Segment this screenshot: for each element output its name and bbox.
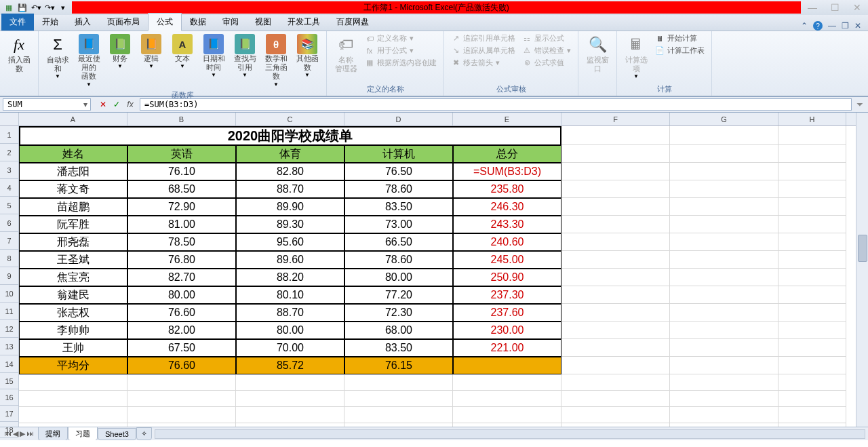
minimize-button[interactable]: — bbox=[808, 2, 817, 13]
row-header[interactable]: 1 bbox=[0, 126, 18, 144]
cell[interactable] bbox=[344, 407, 453, 423]
calc-options-button[interactable]: 🖩计算选项▼ bbox=[621, 33, 651, 81]
cell[interactable]: 阮军胜 bbox=[19, 216, 127, 233]
redo-icon[interactable]: ↷▾ bbox=[43, 1, 56, 14]
name-box-dropdown-icon[interactable]: ▾ bbox=[81, 100, 90, 109]
cell[interactable]: 80.00 bbox=[236, 322, 344, 339]
cell[interactable] bbox=[778, 374, 846, 391]
scrollbar-thumb[interactable] bbox=[858, 235, 867, 262]
tab-insert[interactable]: 插入 bbox=[66, 14, 99, 31]
cell[interactable] bbox=[670, 423, 778, 427]
window-restore-icon[interactable]: ❐ bbox=[842, 21, 849, 31]
enter-formula-button[interactable]: ✓ bbox=[111, 100, 122, 109]
vertical-scrollbar[interactable] bbox=[856, 113, 868, 427]
cell[interactable]: 83.50 bbox=[344, 339, 453, 357]
cell[interactable]: 蒋文奇 bbox=[19, 180, 127, 198]
cell[interactable] bbox=[670, 286, 778, 304]
row-header[interactable]: 15 bbox=[0, 373, 18, 389]
trace-dependents-button[interactable]: ↘追踪从属单元格 bbox=[448, 45, 518, 56]
tab-data[interactable]: 数据 bbox=[182, 14, 214, 31]
cell[interactable] bbox=[19, 374, 127, 391]
cell[interactable]: 76.15 bbox=[344, 357, 453, 374]
window-close-icon[interactable]: ✕ bbox=[854, 21, 861, 31]
cell[interactable] bbox=[344, 423, 453, 427]
cell[interactable] bbox=[561, 251, 670, 269]
row-header[interactable]: 17 bbox=[0, 406, 18, 422]
cell[interactable]: 78.60 bbox=[344, 251, 453, 269]
calc-sheet-button[interactable]: 📄计算工作表 bbox=[652, 45, 707, 56]
cell[interactable]: 王圣斌 bbox=[19, 251, 127, 269]
cell[interactable] bbox=[670, 251, 778, 269]
cell[interactable]: 66.50 bbox=[344, 233, 453, 251]
tab-file[interactable]: 文件 bbox=[1, 14, 34, 31]
expand-formula-bar-icon[interactable]: ⏷ bbox=[852, 100, 868, 109]
name-manager-button[interactable]: 🏷名称 管理器 bbox=[331, 33, 361, 75]
cell[interactable]: 77.20 bbox=[344, 286, 453, 304]
cell[interactable]: 80.10 bbox=[236, 286, 344, 304]
cancel-formula-button[interactable]: ✕ bbox=[98, 100, 108, 109]
tab-baidu[interactable]: 百度网盘 bbox=[328, 14, 377, 31]
cell[interactable] bbox=[670, 339, 778, 357]
cell[interactable] bbox=[778, 233, 846, 251]
cell[interactable]: 243.30 bbox=[453, 216, 561, 233]
cell[interactable] bbox=[561, 216, 670, 233]
cell[interactable]: 潘志阳 bbox=[19, 163, 127, 180]
cell[interactable]: 计算机 bbox=[344, 145, 453, 163]
cell[interactable] bbox=[127, 407, 236, 423]
cell[interactable]: 95.60 bbox=[236, 233, 344, 251]
cell[interactable]: 82.00 bbox=[127, 322, 236, 339]
column-header[interactable]: D bbox=[344, 113, 453, 125]
cell[interactable]: 2020曲阳学校成绩单 bbox=[19, 126, 561, 145]
cell[interactable] bbox=[778, 339, 846, 357]
evaluate-formula-button[interactable]: ⊚公式求值 bbox=[519, 57, 574, 69]
cell[interactable] bbox=[670, 163, 778, 180]
column-header[interactable]: F bbox=[561, 113, 670, 125]
cell[interactable]: 王帅 bbox=[19, 339, 127, 357]
cell[interactable] bbox=[778, 407, 846, 423]
cell[interactable]: 80.00 bbox=[344, 269, 453, 286]
cell[interactable]: 总分 bbox=[453, 145, 561, 163]
sheet-nav-next-icon[interactable]: ▶ bbox=[20, 429, 25, 438]
use-in-formula-button[interactable]: fx用于公式 ▾ bbox=[362, 45, 439, 56]
cell[interactable] bbox=[19, 423, 127, 427]
select-all-corner[interactable] bbox=[0, 113, 18, 126]
cell[interactable] bbox=[127, 391, 236, 407]
cell[interactable] bbox=[236, 423, 344, 427]
tab-layout[interactable]: 页面布局 bbox=[99, 14, 148, 31]
date-button[interactable]: 📘日期和时间▼ bbox=[199, 33, 229, 79]
cell[interactable]: 80.00 bbox=[127, 286, 236, 304]
sheet-tab[interactable]: 提纲 bbox=[38, 427, 68, 440]
cell[interactable] bbox=[561, 180, 670, 198]
watch-window-button[interactable]: 🔍监视窗口 bbox=[583, 33, 612, 75]
cell[interactable] bbox=[670, 126, 778, 145]
cell[interactable]: 82.80 bbox=[236, 163, 344, 180]
cell[interactable] bbox=[344, 374, 453, 391]
cell[interactable] bbox=[561, 198, 670, 216]
trace-precedents-button[interactable]: ↗追踪引用单元格 bbox=[448, 33, 518, 44]
close-button[interactable]: ✕ bbox=[853, 2, 861, 13]
cell[interactable] bbox=[778, 198, 846, 216]
formula-input[interactable] bbox=[140, 98, 852, 111]
cell[interactable] bbox=[561, 286, 670, 304]
column-header[interactable]: H bbox=[778, 113, 846, 125]
cell[interactable]: 英语 bbox=[127, 145, 236, 163]
autosum-button[interactable]: Σ自动求和▼ bbox=[43, 33, 73, 81]
cell[interactable] bbox=[670, 233, 778, 251]
cell[interactable]: 张志权 bbox=[19, 304, 127, 322]
cell[interactable]: =SUM(B3:D3) bbox=[453, 163, 561, 180]
row-header[interactable]: 3 bbox=[0, 161, 18, 179]
row-header[interactable]: 14 bbox=[0, 355, 18, 373]
cell[interactable] bbox=[453, 407, 561, 423]
ribbon-minimize-icon[interactable]: ⌃ bbox=[801, 21, 808, 31]
cell[interactable]: 73.00 bbox=[344, 216, 453, 233]
row-header[interactable]: 2 bbox=[0, 144, 18, 161]
tab-review[interactable]: 审阅 bbox=[214, 14, 247, 31]
cell[interactable] bbox=[670, 180, 778, 198]
cell[interactable]: 姓名 bbox=[19, 145, 127, 163]
cell[interactable] bbox=[778, 126, 846, 145]
cell[interactable]: 76.80 bbox=[127, 251, 236, 269]
cell[interactable] bbox=[778, 251, 846, 269]
row-header[interactable]: 11 bbox=[0, 303, 18, 320]
cell[interactable]: 翁建民 bbox=[19, 286, 127, 304]
cell[interactable] bbox=[236, 374, 344, 391]
